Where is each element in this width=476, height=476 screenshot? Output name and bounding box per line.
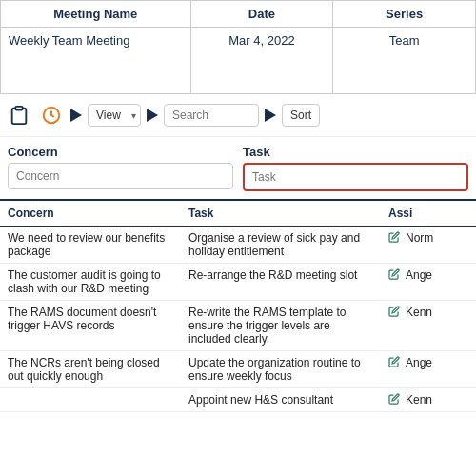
meeting-name-cell: Weekly Team Meeting [1, 28, 191, 94]
table-row: The NCRs aren't being closed out quickly… [0, 351, 476, 388]
edit-icon[interactable] [388, 356, 400, 367]
meeting-header-table: Meeting Name Date Series Weekly Team Mee… [0, 0, 476, 94]
play-button-2[interactable] [147, 109, 158, 122]
col-date: Date [190, 1, 333, 28]
task-input[interactable] [243, 163, 468, 191]
concern-form-group: Concern [8, 145, 233, 191]
edit-icon[interactable] [388, 306, 400, 317]
search-input[interactable] [164, 104, 259, 127]
assignee-name: Kenn [406, 306, 432, 319]
assignee-cell: Norm [381, 227, 476, 264]
table-row: The RAMS document doesn't trigger HAVS r… [0, 301, 476, 351]
concern-input[interactable] [8, 163, 233, 189]
clipboard-icon[interactable] [6, 102, 32, 129]
col-series: Series [333, 1, 476, 28]
toolbar: View Sort [0, 94, 476, 137]
assignee-name: Ange [406, 268, 432, 282]
edit-icon[interactable] [388, 268, 400, 280]
th-concern: Concern [0, 200, 181, 227]
concern-cell: The RAMS document doesn't trigger HAVS r… [0, 301, 181, 351]
assignee-name: Kenn [406, 393, 432, 407]
meeting-series-cell: Team [333, 28, 476, 94]
assignee-cell: Ange [381, 264, 476, 301]
task-cell: Re-write the RAMS template to ensure the… [181, 301, 381, 351]
col-meeting-name: Meeting Name [1, 1, 191, 28]
view-select-wrapper[interactable]: View [88, 104, 141, 127]
assignee-cell: Kenn [381, 388, 476, 412]
task-cell: Appoint new H&S consultant [181, 388, 381, 412]
th-task: Task [181, 200, 381, 227]
table-row: The customer audit is going to clash wit… [0, 264, 476, 301]
play-button-3[interactable] [265, 109, 276, 122]
concern-cell [0, 388, 181, 412]
task-cell: Organise a review of sick pay and holida… [181, 227, 381, 264]
view-select[interactable]: View [88, 104, 141, 127]
play-button-1[interactable] [70, 109, 82, 122]
assignee-cell: Kenn [381, 301, 476, 351]
sort-button[interactable]: Sort [282, 104, 320, 127]
form-section: Concern Task [0, 137, 476, 195]
assignee-cell: Ange [381, 351, 476, 388]
concern-cell: The NCRs aren't being closed out quickly… [0, 351, 181, 388]
th-assignee: Assi [381, 200, 476, 227]
concerns-table: Concern Task Assi We need to review our … [0, 199, 476, 412]
concern-cell: We need to review our benefits package [0, 227, 181, 264]
table-row: We need to review our benefits packageOr… [0, 227, 476, 264]
concern-cell: The customer audit is going to clash wit… [0, 264, 181, 301]
assignee-name: Ange [406, 356, 432, 369]
svg-rect-0 [15, 107, 22, 110]
task-cell: Update the organization routine to ensur… [181, 351, 381, 388]
task-form-group: Task [243, 145, 468, 191]
meeting-date-cell: Mar 4, 2022 [190, 28, 333, 94]
edit-icon[interactable] [388, 231, 400, 243]
table-row: Appoint new H&S consultantKenn [0, 388, 476, 412]
clock-icon[interactable] [38, 102, 65, 129]
assignee-name: Norm [406, 231, 433, 245]
task-label: Task [243, 145, 468, 159]
task-cell: Re-arrange the R&D meeting slot [181, 264, 381, 301]
concern-label: Concern [8, 145, 233, 159]
edit-icon[interactable] [388, 393, 400, 405]
